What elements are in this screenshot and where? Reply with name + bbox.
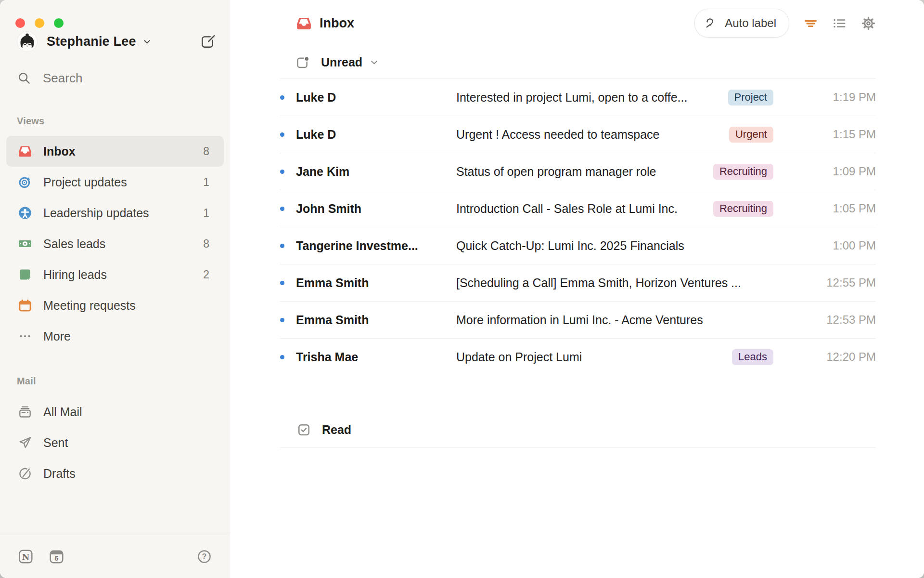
page-title-text: Inbox (320, 16, 354, 31)
sidebar-item-inbox[interactable]: Inbox8 (6, 136, 224, 167)
email-subject: Status of open program manager role (456, 165, 706, 179)
sidebar-item-drafts[interactable]: Drafts (6, 458, 224, 489)
more-icon (18, 329, 32, 343)
email-subject: Update on Project Lumi (456, 350, 724, 364)
email-tag: Project (728, 90, 773, 105)
email-subject: More information in Lumi Inc. - Acme Ven… (456, 313, 816, 327)
unread-dot (280, 281, 284, 285)
sidebar-item-label: Drafts (43, 467, 76, 481)
dollar-icon (18, 237, 32, 250)
auto-label-button[interactable]: Auto label (694, 9, 789, 38)
read-label: Read (322, 423, 351, 437)
views-list: Inbox8Project updates1Leadership updates… (0, 136, 230, 352)
unread-dot (280, 207, 284, 211)
unread-dot (280, 132, 284, 137)
unread-label: Unread (321, 55, 362, 69)
sidebar-item-leadership-updates[interactable]: Leadership updates1 (6, 197, 224, 228)
search[interactable]: Search (17, 65, 217, 92)
sidebar-item-sent[interactable]: Sent (6, 427, 224, 458)
email-time: 12:20 PM (816, 350, 876, 364)
email-time: 1:05 PM (816, 202, 876, 215)
email-tag: Recruiting (713, 164, 773, 180)
email-list: Luke DInterested in project Lumi, open t… (280, 79, 876, 375)
read-section-header[interactable]: Read (280, 412, 876, 448)
email-time: 1:00 PM (816, 239, 876, 252)
unread-dot (280, 318, 284, 322)
email-sender: Jane Kim (296, 165, 456, 179)
settings-icon[interactable] (861, 16, 876, 31)
email-row[interactable]: Emma Smith[Scheduling a Call] Emma Smith… (280, 264, 876, 302)
inbox-icon (296, 16, 311, 31)
page-title: Inbox (280, 16, 354, 31)
sent-icon (18, 436, 32, 449)
calendar-6-icon[interactable]: 6 (49, 549, 64, 564)
email-subject: Introduction Call - Sales Role at Lumi I… (456, 202, 706, 216)
calendar-icon (18, 299, 32, 312)
email-row[interactable]: John SmithIntroduction Call - Sales Role… (280, 190, 876, 227)
sidebar-item-more[interactable]: More (6, 321, 224, 352)
sidebar-item-label: All Mail (43, 405, 82, 419)
close-window-button[interactable] (15, 18, 25, 28)
wand-icon (705, 16, 719, 30)
email-sender: Emma Smith (296, 276, 456, 290)
email-row[interactable]: Emma SmithMore information in Lumi Inc. … (280, 302, 876, 339)
svg-text:N: N (22, 552, 30, 562)
email-tag: Leads (732, 349, 773, 365)
inbox-icon (18, 144, 32, 158)
window-controls (0, 0, 230, 28)
avatar[interactable] (17, 32, 37, 52)
sidebar-item-count: 8 (203, 145, 209, 158)
email-row[interactable]: Trisha MaeUpdate on Project LumiLeads12:… (280, 339, 876, 375)
email-subject: Urgent ! Access needed to teamspace (456, 128, 721, 142)
email-sender: Emma Smith (296, 313, 456, 327)
views-section-label: Views (17, 116, 230, 127)
email-subject: [Scheduling a Call] Emma Smith, Horizon … (456, 276, 816, 290)
sidebar-item-sales-leads[interactable]: Sales leads8 (6, 228, 224, 259)
sidebar-item-project-updates[interactable]: Project updates1 (6, 167, 224, 197)
email-row[interactable]: Luke DUrgent ! Access needed to teamspac… (280, 116, 876, 153)
auto-label-text: Auto label (725, 16, 776, 30)
email-row[interactable]: Jane KimStatus of open program manager r… (280, 153, 876, 190)
minimize-window-button[interactable] (35, 18, 44, 28)
person-icon (18, 206, 32, 220)
zoom-window-button[interactable] (54, 18, 64, 28)
sidebar-item-label: Hiring leads (43, 268, 107, 282)
search-label: Search (43, 71, 82, 86)
sidebar-item-count: 8 (203, 237, 209, 250)
unread-dot (280, 355, 284, 359)
email-time: 1:09 PM (816, 165, 876, 178)
chevron-down-icon (370, 58, 378, 66)
chevron-down-icon[interactable] (143, 38, 151, 46)
note-icon (18, 268, 32, 281)
user-name[interactable]: Stephanie Lee (47, 34, 136, 49)
email-sender: Luke D (296, 91, 456, 105)
email-row[interactable]: Tangerine Investme...Quick Catch-Up: Lum… (280, 227, 876, 264)
unread-dot (280, 170, 284, 174)
email-sender: John Smith (296, 202, 456, 216)
email-time: 1:15 PM (816, 128, 876, 141)
email-sender: Luke D (296, 128, 456, 142)
email-sender: Tangerine Investme... (296, 239, 456, 253)
help-icon[interactable]: ? (197, 549, 212, 564)
unread-dot (280, 95, 284, 100)
unread-section-header[interactable]: Unread (280, 46, 876, 79)
email-time: 1:19 PM (816, 91, 876, 104)
sidebar-item-label: Inbox (43, 144, 76, 158)
filter-icon[interactable] (803, 16, 818, 31)
main-panel: Inbox Auto label (230, 0, 924, 578)
notion-icon[interactable]: N (18, 549, 33, 564)
svg-text:6: 6 (55, 554, 59, 562)
svg-text:?: ? (202, 552, 207, 561)
list-icon[interactable] (832, 16, 847, 31)
compose-icon[interactable] (201, 34, 216, 49)
sidebar-item-all-mail[interactable]: All Mail (6, 396, 224, 427)
sidebar-item-meeting-requests[interactable]: Meeting requests (6, 290, 224, 321)
email-row[interactable]: Luke DInterested in project Lumi, open t… (280, 79, 876, 116)
header-actions: Auto label (694, 9, 876, 38)
email-subject: Quick Catch-Up: Lumi Inc. 2025 Financial… (456, 239, 816, 253)
sidebar: Stephanie Lee Search Views Inbox8Project… (0, 0, 230, 578)
sidebar-item-label: Meeting requests (43, 299, 136, 313)
unread-checkbox-icon (296, 55, 310, 69)
sidebar-item-hiring-leads[interactable]: Hiring leads2 (6, 259, 224, 290)
email-sender: Trisha Mae (296, 350, 456, 364)
